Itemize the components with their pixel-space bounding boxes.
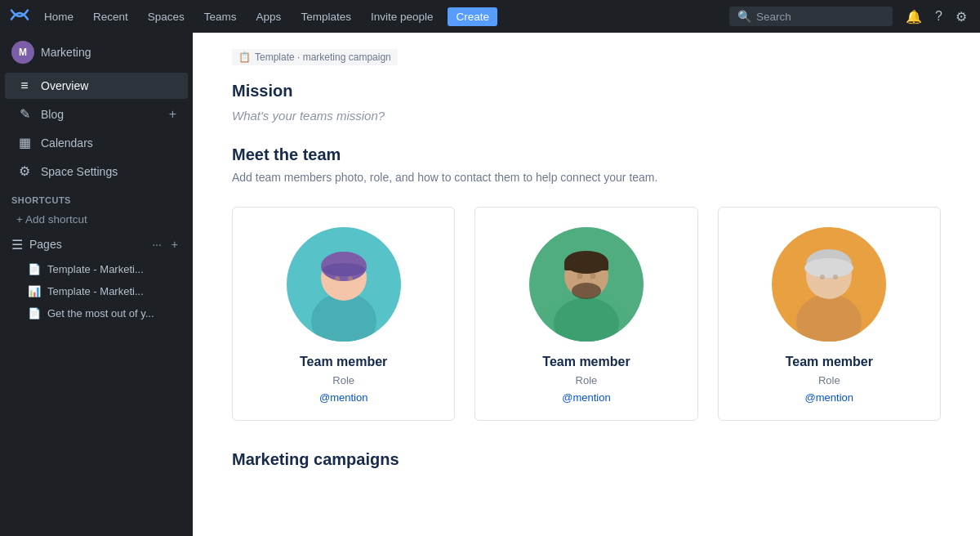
tree-item-template2[interactable]: 📊 Template - Marketi...	[5, 281, 188, 302]
sidebar-item-settings-label: Space Settings	[41, 165, 118, 178]
tree-item-label-1: Template - Marketi...	[47, 263, 144, 275]
home-button[interactable]: Home	[36, 7, 82, 26]
svg-point-5	[335, 276, 340, 281]
help-button[interactable]: ?	[932, 6, 946, 27]
templates-button[interactable]: Templates	[292, 7, 359, 26]
sidebar-item-blog[interactable]: ✎ Blog +	[5, 100, 188, 127]
top-nav: Home Recent Spaces Teams Apps Templates …	[0, 0, 980, 33]
teams-button[interactable]: Teams	[196, 7, 245, 26]
sidebar-item-settings[interactable]: ⚙ Space Settings	[5, 158, 188, 185]
team-card-3: Team member Role @mention	[718, 207, 941, 421]
marketing-campaigns-title: Marketing campaigns	[232, 450, 941, 469]
team-cards: Team member Role @mention	[232, 207, 941, 421]
sidebar-item-blog-label: Blog	[41, 108, 64, 121]
pages-label: Pages	[29, 238, 145, 251]
sidebar-item-calendars-label: Calendars	[41, 136, 93, 150]
add-shortcut-label: + Add shortcut	[16, 213, 87, 226]
page-icon-2: 📊	[28, 285, 41, 297]
spaces-button[interactable]: Spaces	[140, 7, 193, 26]
apps-button[interactable]: Apps	[248, 7, 290, 26]
sidebar-item-overview[interactable]: ≡ Overview	[5, 73, 188, 99]
svg-point-14	[590, 274, 595, 279]
pages-row[interactable]: ☰ Pages ··· +	[5, 231, 188, 257]
page-icon-1: 📄	[28, 263, 41, 275]
team-member-role-3: Role	[818, 374, 840, 386]
blog-icon: ✎	[16, 106, 33, 122]
create-button[interactable]: Create	[448, 7, 497, 26]
sidebar-item-calendars[interactable]: ▦ Calendars	[5, 129, 188, 156]
team-member-role-1: Role	[332, 374, 354, 386]
sidebar: M Marketing ≡ Overview ✎ Blog + ▦ Calend…	[0, 33, 193, 536]
main-layout: M Marketing ≡ Overview ✎ Blog + ▦ Calend…	[0, 33, 980, 536]
svg-rect-11	[564, 262, 608, 270]
add-shortcut-button[interactable]: + Add shortcut	[0, 208, 193, 230]
avatar-2	[529, 227, 644, 342]
space-logo-row[interactable]: M Marketing	[0, 33, 193, 72]
team-member-mention-1: @mention	[319, 391, 368, 404]
tree-item-label-2: Template - Marketi...	[47, 285, 144, 297]
team-card-1: Team member Role @mention	[232, 207, 455, 421]
confluence-logo	[10, 5, 29, 29]
mission-title: Mission	[232, 82, 941, 100]
pages-more-button[interactable]: ···	[149, 236, 165, 252]
sidebar-item-overview-label: Overview	[41, 79, 88, 92]
content-area: 📋 Template · marketing campaign Mission …	[193, 33, 980, 536]
svg-point-13	[577, 274, 582, 279]
nav-icon-group: 🔔 ? ⚙	[902, 6, 970, 28]
team-member-mention-2: @mention	[562, 391, 610, 404]
team-member-mention-3: @mention	[805, 391, 853, 404]
notification-button[interactable]: 🔔	[902, 6, 925, 28]
mission-placeholder: What's your teams mission?	[232, 109, 941, 123]
space-logo: M	[11, 41, 34, 64]
svg-point-12	[572, 283, 601, 299]
team-member-role-2: Role	[576, 374, 598, 386]
breadcrumb-chip[interactable]: 📋 Template · marketing campaign	[232, 49, 398, 65]
search-icon: 🔍	[737, 10, 751, 23]
breadcrumb-text: Template · marketing campaign	[255, 51, 391, 63]
settings-icon: ⚙	[16, 163, 33, 179]
tree-item-template1[interactable]: 📄 Template - Marketi...	[5, 259, 188, 279]
team-member-name-1: Team member	[300, 355, 387, 369]
svg-point-20	[820, 275, 825, 279]
svg-point-6	[348, 276, 353, 281]
recent-button[interactable]: Recent	[85, 7, 136, 26]
meet-team-title: Meet the team	[232, 145, 941, 164]
team-card-2: Team member Role @mention	[474, 207, 697, 421]
breadcrumb: 📋 Template · marketing campaign	[232, 49, 941, 65]
calendars-icon: ▦	[16, 135, 33, 150]
search-placeholder: Search	[756, 11, 791, 23]
svg-point-19	[804, 258, 853, 278]
breadcrumb-icon: 📋	[238, 51, 251, 63]
settings-button[interactable]: ⚙	[952, 6, 970, 28]
space-name: Marketing	[41, 46, 91, 59]
pages-icon: ☰	[11, 237, 23, 252]
team-member-name-2: Team member	[542, 355, 630, 369]
team-member-name-3: Team member	[786, 355, 873, 369]
pages-add-button[interactable]: +	[168, 236, 181, 252]
avatar-1	[287, 227, 401, 342]
blog-add-icon: +	[169, 107, 176, 122]
invite-button[interactable]: Invite people	[363, 7, 442, 26]
tree-item-getmost[interactable]: 📄 Get the most out of y...	[5, 303, 188, 324]
svg-point-21	[833, 275, 838, 279]
shortcuts-section-label: SHORTCUTS	[0, 185, 193, 208]
tree-item-label-3: Get the most out of y...	[47, 307, 154, 319]
svg-point-4	[323, 263, 365, 276]
overview-icon: ≡	[16, 78, 33, 93]
page-icon-3: 📄	[28, 307, 41, 319]
meet-team-sub: Add team members photo, role, and how to…	[232, 171, 941, 184]
avatar-3	[772, 227, 886, 342]
search-bar[interactable]: 🔍 Search	[729, 7, 893, 26]
